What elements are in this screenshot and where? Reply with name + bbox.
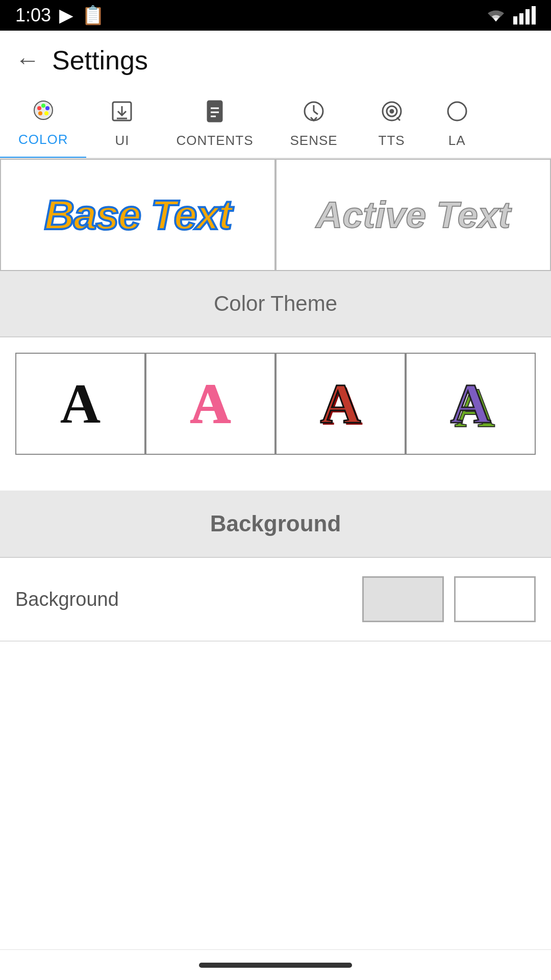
theme-letter-plain: A bbox=[60, 372, 101, 436]
clock-download-icon bbox=[303, 100, 325, 128]
active-text-preview: Active Text bbox=[316, 194, 510, 236]
svg-point-6 bbox=[41, 104, 45, 108]
status-time: 1:03 bbox=[15, 5, 51, 26]
svg-line-19 bbox=[314, 111, 318, 114]
tab-ui-label: UI bbox=[115, 133, 129, 149]
page-title: Settings bbox=[52, 45, 148, 76]
theme-grid: A A A A A bbox=[0, 337, 551, 470]
tab-contents[interactable]: CONTENTS bbox=[158, 91, 271, 158]
svg-point-22 bbox=[390, 110, 393, 113]
tab-color-label: COLOR bbox=[18, 132, 68, 148]
signal-icon bbox=[513, 6, 536, 24]
svg-point-8 bbox=[44, 111, 48, 115]
tab-color[interactable]: COLOR bbox=[0, 90, 86, 159]
clipboard-icon: 📋 bbox=[82, 5, 105, 26]
svg-rect-2 bbox=[525, 9, 530, 24]
header: ← Settings bbox=[0, 31, 551, 90]
theme-option-purple[interactable]: A A bbox=[406, 353, 536, 455]
home-indicator bbox=[199, 963, 352, 968]
back-button[interactable]: ← bbox=[15, 48, 40, 72]
background-swatch-gray[interactable] bbox=[362, 576, 444, 622]
svg-rect-13 bbox=[208, 101, 222, 121]
background-section-header: Background bbox=[0, 491, 551, 558]
theme-option-pink[interactable]: A bbox=[145, 353, 276, 455]
tab-bar: COLOR UI CONTENTS bbox=[0, 90, 551, 159]
svg-rect-0 bbox=[513, 16, 517, 24]
svg-rect-1 bbox=[519, 13, 523, 24]
status-left: 1:03 ▶ 📋 bbox=[15, 5, 105, 26]
background-section-title: Background bbox=[210, 511, 341, 536]
la-icon bbox=[446, 100, 468, 128]
background-swatch-white[interactable] bbox=[454, 576, 536, 622]
background-label: Background bbox=[15, 589, 362, 610]
color-theme-section-header: Color Theme bbox=[0, 271, 551, 337]
palette-icon bbox=[32, 99, 55, 127]
svg-point-9 bbox=[38, 111, 42, 115]
base-text-panel[interactable]: Base Text bbox=[0, 159, 276, 271]
theme-letter-redshadow: A bbox=[320, 372, 361, 436]
tab-tts-label: TTS bbox=[379, 133, 405, 149]
tab-sense-label: SENSE bbox=[290, 133, 337, 149]
tab-la-label: LA bbox=[448, 133, 466, 149]
tab-tts[interactable]: TTS bbox=[356, 91, 428, 158]
download-box-icon bbox=[111, 100, 133, 128]
bottom-nav-bar bbox=[0, 949, 551, 980]
tab-sense[interactable]: SENSE bbox=[271, 91, 356, 158]
hearing-icon bbox=[381, 100, 403, 128]
wifi-icon bbox=[485, 6, 507, 24]
background-row: Background bbox=[0, 558, 551, 642]
status-bar: 1:03 ▶ 📋 bbox=[0, 0, 551, 31]
theme-option-redshadow[interactable]: A bbox=[276, 353, 406, 455]
active-text-panel[interactable]: Active Text bbox=[276, 159, 551, 271]
base-text-preview: Base Text bbox=[44, 191, 231, 239]
preview-container: Base Text Active Text bbox=[0, 159, 551, 271]
background-controls bbox=[362, 576, 536, 622]
color-theme-title: Color Theme bbox=[214, 291, 337, 315]
status-right bbox=[485, 6, 536, 24]
tab-la[interactable]: LA bbox=[428, 91, 487, 158]
theme-option-plain[interactable]: A bbox=[15, 353, 145, 455]
svg-point-24 bbox=[448, 102, 466, 120]
theme-letter-purple: A A bbox=[450, 372, 491, 436]
tab-ui[interactable]: UI bbox=[86, 91, 158, 158]
play-icon: ▶ bbox=[59, 5, 73, 26]
file-text-icon bbox=[204, 100, 226, 128]
tab-contents-label: CONTENTS bbox=[176, 133, 253, 149]
svg-line-23 bbox=[397, 117, 400, 120]
theme-letter-pink: A bbox=[190, 372, 231, 436]
svg-point-5 bbox=[37, 106, 41, 110]
svg-rect-3 bbox=[532, 6, 536, 24]
svg-point-7 bbox=[45, 106, 49, 110]
